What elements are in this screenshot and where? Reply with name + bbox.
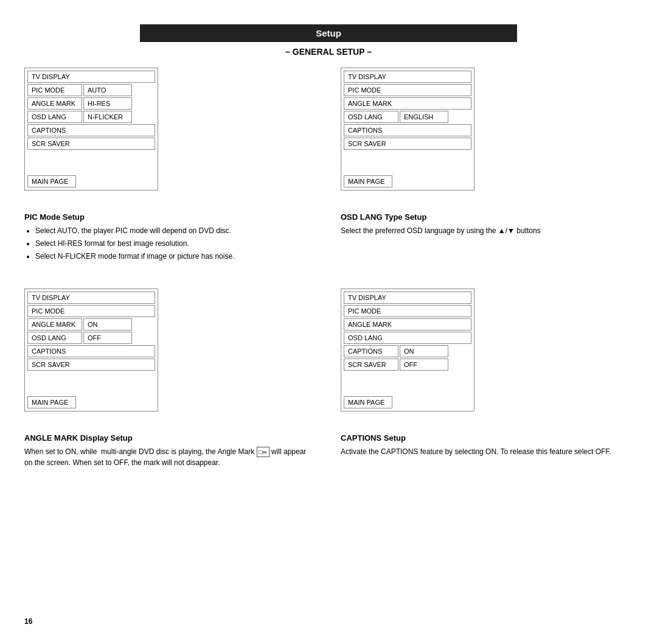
bottom-right-captions-label: CAPTIONS [344,345,398,357]
bottom-left-angle-mark-value: ON [83,318,132,331]
top-right-angle-mark: ANGLE MARK [344,97,471,110]
top-right-scr-saver: SCR SAVER [344,138,471,150]
bottom-left-osd-lang-value: OFF [83,332,132,344]
page-number: 16 [24,617,32,626]
page-header: Setup [140,24,517,42]
top-right-osd-lang-value: ENGLISH [400,111,448,123]
bottom-left-scr-saver: SCR SAVER [27,359,155,371]
top-left-osd-lang-label: OSD LANG [27,111,82,123]
bottom-right-scr-saver-label: SCR SAVER [344,359,398,371]
top-left-captions: CAPTIONS [27,124,155,136]
angle-mark-heading: ANGLE MARK Display Setup [24,433,316,443]
bottom-right-pic-mode: PIC MODE [344,305,471,317]
angle-mark-icon: □∞ [257,447,269,457]
top-left-angle-mark-value: HI-RES [83,97,132,110]
top-right-main-page[interactable]: MAIN PAGE [344,175,392,187]
bottom-left-osd-lang-label: OSD LANG [27,332,82,344]
top-right-captions: CAPTIONS [344,124,471,136]
bottom-right-tv-display: TV DISPLAY [344,292,471,304]
section-subtitle: – GENERAL SETUP – [24,47,633,57]
top-left-tv-display: TV DISPLAY [27,71,155,83]
osd-lang-text: Select the preferred OSD language by usi… [341,225,633,236]
bottom-left-captions: CAPTIONS [27,345,155,357]
top-right-tv-display: TV DISPLAY [344,71,471,83]
bottom-left-pic-mode: PIC MODE [27,305,155,317]
top-left-menu: TV DISPLAY PIC MODE AUTO ANGLE MARK HI-R… [24,68,158,191]
bottom-left-tv-display: TV DISPLAY [27,292,155,304]
bottom-right-main-page[interactable]: MAIN PAGE [344,396,392,408]
bottom-right-captions-value: ON [400,345,448,357]
bottom-right-osd-lang: OSD LANG [344,332,471,344]
bottom-left-angle-mark-label: ANGLE MARK [27,318,82,331]
bottom-right-menu: TV DISPLAY PIC MODE ANGLE MARK OSD LANG … [341,289,474,411]
top-right-osd-lang-label: OSD LANG [344,111,398,123]
captions-text: Activate the CAPTIONS feature by selecti… [341,446,633,457]
bottom-right-angle-mark: ANGLE MARK [344,318,471,331]
top-left-pic-mode-value: AUTO [83,84,132,96]
bottom-right-scr-saver-value: OFF [400,359,448,371]
top-left-angle-mark-label: ANGLE MARK [27,97,82,110]
captions-heading: CAPTIONS Setup [341,433,633,443]
top-left-osd-lang-value: N-FLICKER [83,111,132,123]
bottom-left-menu: TV DISPLAY PIC MODE ANGLE MARK ON OSD LA… [24,289,158,411]
pic-mode-heading: PIC Mode Setup [24,212,316,222]
pic-mode-bullets: Select AUTO, the player PIC mode will de… [24,225,316,263]
bottom-left-main-page[interactable]: MAIN PAGE [27,396,76,408]
osd-lang-heading: OSD LANG Type Setup [341,212,633,222]
pic-mode-bullet-1: Select AUTO, the player PIC mode will de… [35,225,316,237]
pic-mode-bullet-3: Select N-FLICKER mode format if image or… [35,251,316,262]
pic-mode-bullet-2: Select HI-RES format for best image reso… [35,238,316,250]
angle-mark-text: When set to ON, while multi-angle DVD di… [24,446,316,468]
top-left-scr-saver: SCR SAVER [27,138,155,150]
top-left-pic-mode-label: PIC MODE [27,84,82,96]
top-left-main-page[interactable]: MAIN PAGE [27,175,76,187]
top-right-pic-mode: PIC MODE [344,84,471,96]
top-right-menu: TV DISPLAY PIC MODE ANGLE MARK OSD LANG … [341,68,474,191]
